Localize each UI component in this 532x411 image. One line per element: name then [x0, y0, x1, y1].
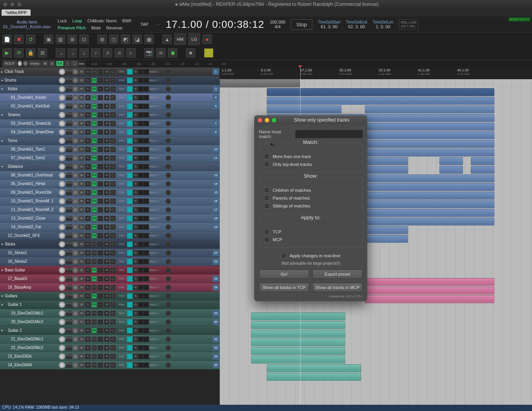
- mute-button[interactable]: M: [79, 190, 84, 195]
- track-row[interactable]: 20_ElecGtr01Mic2ROUTEMSFX○⊘▢trimINInput …: [0, 318, 220, 326]
- volume-knob[interactable]: [59, 120, 65, 127]
- input-selector[interactable]: Input 1: [149, 208, 166, 211]
- phase-button[interactable]: ⊘: [104, 198, 109, 204]
- env-button[interactable]: ▢: [110, 181, 116, 187]
- macos-traffic-lights[interactable]: [0, 2, 22, 7]
- trim-label[interactable]: trim: [116, 199, 127, 203]
- fx-button[interactable]: FX: [91, 155, 97, 161]
- track-name[interactable]: 19_ElecGtr01Mic1: [4, 311, 58, 315]
- track-name[interactable]: 16_Sticks2: [4, 259, 58, 264]
- solo-button[interactable]: S: [85, 86, 91, 92]
- fx-button[interactable]: FX: [91, 276, 97, 282]
- input-selector[interactable]: Input 1: [149, 355, 166, 358]
- track-row[interactable]: 24_ElecGtr04ROUTEMSFX○⊘▢trimINInput 135: [0, 361, 220, 369]
- mute-button[interactable]: M: [79, 224, 84, 230]
- move-envelope-icon[interactable]: ▣: [44, 35, 53, 44]
- input-selector[interactable]: Input 1: [149, 156, 166, 160]
- mute-button[interactable]: M: [79, 112, 84, 118]
- track-name[interactable]: 14_Drumkit2_Far: [4, 225, 58, 229]
- siblings-checkbox[interactable]: [264, 203, 270, 209]
- fx-button[interactable]: FX: [91, 207, 97, 213]
- solo-button[interactable]: S: [85, 112, 91, 118]
- env-button[interactable]: ▢: [110, 216, 116, 221]
- volume-knob[interactable]: [59, 327, 65, 334]
- solo-button[interactable]: S: [85, 173, 91, 178]
- envelope-icon[interactable]: [127, 293, 133, 299]
- trim-label[interactable]: trim: [116, 78, 127, 82]
- in-button[interactable]: IN: [133, 250, 138, 256]
- speaker-icon[interactable]: [138, 155, 144, 161]
- folder-toggle-icon[interactable]: ▾: [0, 329, 4, 333]
- media-item[interactable]: [267, 97, 494, 105]
- in-button[interactable]: IN: [133, 293, 138, 299]
- snap-icon[interactable]: ⊞: [67, 35, 77, 44]
- input-selector[interactable]: Input 1: [149, 251, 166, 255]
- route-button[interactable]: ROUTE: [66, 207, 72, 213]
- track-row[interactable]: 10_Drumkit1_RoomM..1ROUTEMSFX○⊘▢trimINIn…: [0, 197, 220, 206]
- mute-button[interactable]: M: [79, 250, 84, 256]
- dialog-traffic-lights[interactable]: [254, 118, 276, 122]
- monitor-icon[interactable]: [144, 147, 149, 152]
- pan-knob[interactable]: [72, 362, 78, 368]
- phase-button[interactable]: ⊘: [104, 311, 109, 316]
- pan-knob[interactable]: [72, 189, 78, 196]
- solo-button[interactable]: S: [85, 155, 91, 161]
- trim-label[interactable]: trim: [116, 96, 127, 99]
- track-name[interactable]: 20_ElecGtr01Mic2: [4, 320, 58, 324]
- route-button[interactable]: ROUTE: [66, 362, 72, 368]
- mute-button[interactable]: M: [79, 181, 84, 187]
- solo-all-icon[interactable]: S: [204, 48, 213, 58]
- route-button[interactable]: ROUTE: [66, 233, 72, 238]
- track-row[interactable]: ▾GuitarsROUTEMSFX○⊘▢trimINInput 1: [0, 292, 220, 300]
- monitor-icon[interactable]: [144, 78, 149, 83]
- timesel-end[interactable]: TimeSelEnd62. 3. 00: [346, 20, 367, 29]
- fx-button[interactable]: FX: [91, 302, 97, 307]
- fx-button[interactable]: FX: [91, 129, 97, 135]
- trim-label[interactable]: trim: [116, 173, 127, 177]
- note-thirtysecond-icon[interactable]: ♬: [115, 48, 124, 58]
- track-row[interactable]: ▾DrumsROUTEMSFX○⊘▢trimINInput 1: [0, 76, 220, 85]
- volume-knob[interactable]: [59, 362, 65, 368]
- arrange-row[interactable]: [220, 105, 532, 114]
- media-item[interactable]: [267, 88, 494, 96]
- mute-button[interactable]: M: [79, 242, 84, 247]
- fx-bypass-button[interactable]: ○: [98, 328, 103, 333]
- monitor-icon[interactable]: [144, 198, 149, 204]
- in-button[interactable]: IN: [133, 336, 138, 342]
- envelope-icon[interactable]: [127, 112, 133, 118]
- mute-button[interactable]: M: [79, 129, 84, 135]
- volume-knob[interactable]: [59, 215, 65, 222]
- route-button[interactable]: ROUTE: [66, 173, 72, 178]
- volume-knob[interactable]: [59, 293, 65, 299]
- trim-label[interactable]: trim: [116, 182, 127, 185]
- speaker-icon[interactable]: [138, 129, 144, 135]
- volume-knob[interactable]: [59, 276, 65, 282]
- speaker-icon[interactable]: [138, 311, 144, 316]
- input-selector[interactable]: Input 1: [149, 122, 166, 125]
- in-button[interactable]: IN: [133, 216, 138, 221]
- monitor-icon[interactable]: [144, 311, 149, 316]
- monitor-icon[interactable]: [144, 362, 149, 368]
- solo-button[interactable]: S: [85, 69, 91, 75]
- track-name[interactable]: 06_Drumkit1_Tom1: [4, 147, 58, 151]
- trim-label[interactable]: trim: [116, 104, 127, 108]
- in-button[interactable]: IN: [133, 311, 138, 316]
- trim-label[interactable]: trim: [116, 346, 127, 349]
- arrange-row[interactable]: [220, 304, 532, 312]
- speaker-icon[interactable]: [138, 190, 144, 195]
- in-button[interactable]: IN: [133, 233, 138, 238]
- media-item[interactable]: [439, 166, 463, 174]
- record-arm-button[interactable]: [166, 173, 171, 178]
- in-button[interactable]: IN: [133, 181, 138, 187]
- solo-button[interactable]: S: [85, 276, 91, 282]
- route-button[interactable]: ROUTE: [66, 242, 72, 247]
- input-selector[interactable]: Input 1: [149, 286, 166, 289]
- volume-knob[interactable]: [59, 250, 65, 256]
- phase-button[interactable]: ⊘: [104, 216, 109, 221]
- trim-label[interactable]: trim: [116, 216, 127, 220]
- trim-label[interactable]: trim: [116, 242, 127, 246]
- envelope-icon[interactable]: [127, 138, 133, 144]
- in-button[interactable]: IN: [133, 121, 138, 126]
- fx-button[interactable]: FX: [91, 354, 97, 359]
- monitor-icon[interactable]: [144, 173, 149, 178]
